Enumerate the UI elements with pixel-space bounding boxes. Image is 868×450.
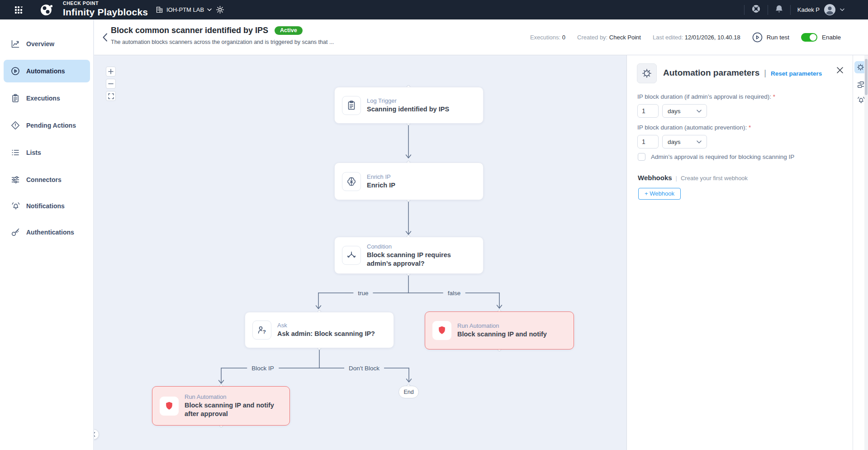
flow-node-ask-admin[interactable]: ? Ask Ask admin: Block scanning IP? <box>245 312 394 348</box>
selected-unit: days <box>668 139 681 145</box>
scrollbar-thumb[interactable] <box>865 59 868 95</box>
bell-ring-icon <box>11 201 20 211</box>
branch-label-false: false <box>443 289 465 297</box>
automatic-duration-unit-select[interactable]: days <box>662 135 707 148</box>
shield-icon <box>432 321 451 340</box>
reset-parameters-link[interactable]: Reset parameters <box>771 70 822 77</box>
node-title: Block scanning IP requires admin’s appro… <box>367 251 476 268</box>
topbar: CHECK POINT Infinity Playblocks IOH-PTM … <box>0 0 868 19</box>
sidebar-item-label: Executions <box>26 95 60 102</box>
flow-canvas[interactable]: true false Block IP Don't Block Log Trig… <box>94 55 626 450</box>
divider <box>790 5 791 15</box>
chevron-down-icon <box>840 8 844 11</box>
sidebar-item-label: Connectors <box>26 176 62 183</box>
close-icon[interactable] <box>835 65 845 75</box>
required-mark: * <box>773 93 775 100</box>
admin-approval-checkbox-label: Admin’s approval is required for blockin… <box>651 153 794 160</box>
node-title: Enrich IP <box>367 181 395 190</box>
branch-label-dont-block: Don't Block <box>344 364 384 372</box>
status-badge: Active <box>275 26 303 35</box>
sidebar-item-lists[interactable]: Lists <box>4 141 90 164</box>
clipboard-icon <box>11 94 20 103</box>
enable-label: Enable <box>822 34 841 41</box>
panel-scrollbar[interactable] <box>864 55 868 450</box>
flow-node-condition[interactable]: Condition Block scanning IP requires adm… <box>334 237 484 274</box>
add-webhook-button[interactable]: + Webhook <box>638 188 681 200</box>
person-question-icon: ? <box>252 321 271 340</box>
topbar-right-cluster: Kadek P <box>744 0 844 19</box>
webhooks-subtitle: Create your first webhook <box>681 175 748 182</box>
user-name: Kadek P <box>797 6 820 13</box>
clipboard-icon <box>342 96 361 115</box>
sidebar-item-pending-actions[interactable]: Pending Actions <box>4 114 90 137</box>
app-launcher-grid-icon[interactable] <box>14 5 24 15</box>
parameters-icon <box>637 63 657 83</box>
automation-parameters-panel: Automation parameters | Reset parameters… <box>626 55 853 450</box>
notifications-bell-icon[interactable] <box>775 4 783 15</box>
automatic-duration-input[interactable] <box>637 135 659 148</box>
app-title: Infinity Playblocks <box>63 7 148 17</box>
last-edited: Last edited: 12/01/2026, 10.40.18 <box>653 34 740 41</box>
sidebar-item-connectors[interactable]: Connectors <box>4 168 90 191</box>
zoom-in-button[interactable] <box>106 67 116 77</box>
sidebar-item-executions[interactable]: Executions <box>4 87 90 110</box>
brand-block: CHECK POINT Infinity Playblocks <box>63 1 148 17</box>
back-button[interactable] <box>99 29 111 45</box>
field-label-automatic-duration: IP block duration (automatic prevention)… <box>637 124 751 131</box>
sidebar: Overview Automations Executions Pending … <box>0 19 94 450</box>
webhooks-separator: | <box>676 175 677 182</box>
created-by: Created by: Check Point <box>577 34 641 41</box>
node-type-label: Ask <box>277 322 375 329</box>
enable-toggle[interactable] <box>801 33 817 42</box>
shield-icon <box>160 397 179 416</box>
chart-icon <box>11 39 20 48</box>
divider <box>768 5 768 15</box>
flow-node-block-and-notify[interactable]: Run Automation Block scanning IP and not… <box>425 311 574 349</box>
run-test-button[interactable]: Run test <box>752 32 789 43</box>
sidebar-item-label: Overview <box>26 40 54 48</box>
webhooks-title: Webhooks <box>638 174 672 182</box>
node-title: Block scanning IP and notify <box>457 330 547 339</box>
page-description: The automation blocks scanners across th… <box>111 39 334 45</box>
fit-screen-button[interactable] <box>106 91 116 101</box>
avatar <box>824 4 836 16</box>
tenant-selector[interactable]: IOH-PTM LAB <box>156 0 212 19</box>
executions-count: Executions: 0 <box>530 34 565 41</box>
node-type-label: Log Trigger <box>367 97 449 104</box>
app-root: CHECK POINT Infinity Playblocks IOH-PTM … <box>0 0 868 450</box>
title-separator: | <box>764 68 766 78</box>
node-type-label: Run Automation <box>185 393 282 400</box>
flow-node-enrich-ip[interactable]: Enrich IP Enrich IP <box>334 163 484 200</box>
user-menu[interactable]: Kadek P <box>797 4 844 16</box>
sidebar-item-automations[interactable]: Automations <box>4 60 90 82</box>
flow-node-log-trigger[interactable]: Log Trigger Scanning identified by IPS <box>334 87 484 124</box>
approval-duration-input[interactable] <box>637 104 659 118</box>
sidebar-item-label: Lists <box>26 149 41 156</box>
play-circle-icon <box>11 67 20 76</box>
selected-unit: days <box>668 108 681 115</box>
branch-icon <box>342 246 361 265</box>
node-type-label: Condition <box>367 243 476 250</box>
global-settings-gear-icon[interactable] <box>216 5 224 16</box>
zoom-out-button[interactable] <box>106 79 116 89</box>
canvas-zoom-controls <box>106 67 116 101</box>
play-circle-icon <box>752 32 763 43</box>
page-header: Block common scanner identified by IPS A… <box>94 19 868 55</box>
sliders-icon <box>11 175 20 184</box>
chevron-down-icon <box>207 8 212 11</box>
sidebar-item-authentications[interactable]: Authentications <box>4 221 90 244</box>
flow-node-end[interactable]: End <box>398 386 419 398</box>
node-type-label: Enrich IP <box>367 173 395 180</box>
flow-node-block-after-approval[interactable]: Run Automation Block scanning IP and not… <box>152 386 290 426</box>
sidebar-item-notifications[interactable]: Notifications <box>4 195 90 217</box>
admin-approval-checkbox[interactable] <box>638 153 645 161</box>
divider <box>744 5 745 15</box>
chevron-down-icon <box>697 140 702 144</box>
header-meta: Executions: 0 Created by: Check Point La… <box>530 19 841 55</box>
field-label-approval-duration: IP block duration (if admin’s approval i… <box>637 93 775 100</box>
help-icon[interactable] <box>751 4 761 15</box>
sidebar-item-overview[interactable]: Overview <box>4 33 90 55</box>
chevron-down-icon <box>697 110 702 113</box>
approval-duration-unit-select[interactable]: days <box>662 104 707 118</box>
required-mark: * <box>749 124 751 131</box>
